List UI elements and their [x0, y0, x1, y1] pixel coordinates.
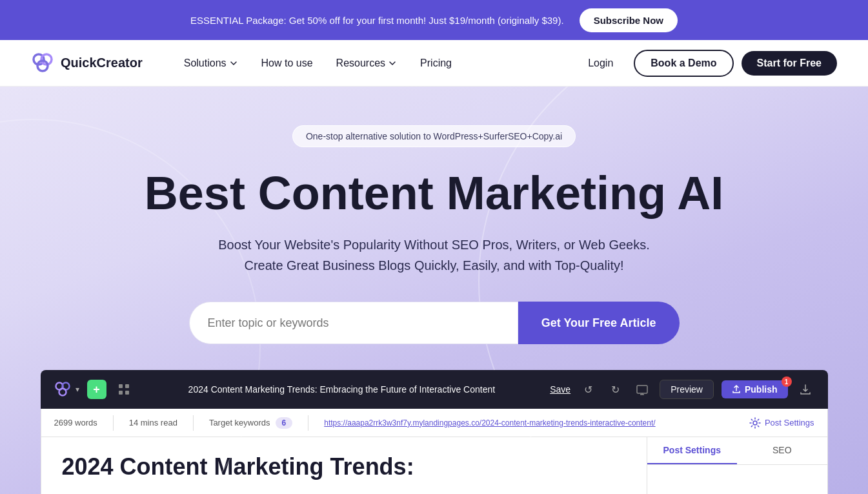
- editor-redo-button[interactable]: ↻: [605, 380, 625, 399]
- publish-notification-badge: 1: [782, 376, 792, 387]
- svg-rect-6: [119, 384, 123, 388]
- editor-publish-button[interactable]: Publish 1: [722, 380, 788, 398]
- post-settings-button[interactable]: Post Settings: [749, 417, 814, 429]
- editor-logo: ▾: [54, 380, 79, 398]
- logo-text: QuickCreator: [61, 56, 143, 70]
- editor-bar: ▾ + 2024 Content Marketing Trends: Embra…: [41, 370, 828, 409]
- settings-icon: [749, 417, 761, 429]
- svg-rect-7: [125, 384, 129, 388]
- nav-actions: Login Book a Demo Start for Free: [575, 50, 837, 77]
- read-time: 14 mins read: [129, 418, 177, 427]
- logo-link[interactable]: QuickCreator: [31, 52, 143, 75]
- login-button[interactable]: Login: [575, 51, 626, 76]
- hero-section: One-stop alternative solution to WordPre…: [0, 87, 868, 494]
- svg-rect-10: [637, 386, 647, 393]
- svg-rect-8: [119, 391, 123, 395]
- post-url-link[interactable]: https://aaapa2rrk3w3nf7y.mylandingpages.…: [324, 418, 734, 427]
- editor-device-icon[interactable]: [632, 380, 652, 399]
- top-banner: ESSENTIAL Package: Get 50% off for your …: [0, 0, 868, 40]
- nav-links: Solutions How to use Resources Pricing: [174, 52, 575, 74]
- get-free-article-button[interactable]: Get Your Free Article: [518, 302, 680, 344]
- editor-toolbar: 2699 words 14 mins read Target keywords …: [41, 409, 828, 437]
- word-count: 2699 words: [54, 418, 97, 427]
- chevron-down-icon: [229, 59, 238, 68]
- editor-preview-button[interactable]: Preview: [660, 380, 714, 399]
- post-sidebar: Post Settings SEO: [647, 437, 827, 494]
- nav-how-to-use[interactable]: How to use: [251, 52, 323, 74]
- post-title: 2024 Content Marketing Trends:: [62, 453, 626, 480]
- svg-rect-9: [125, 391, 129, 395]
- editor-grid-icon[interactable]: [114, 380, 134, 399]
- hero-input-row: Get Your Free Article: [189, 302, 680, 344]
- logo-icon: [31, 52, 54, 75]
- tab-post-settings[interactable]: Post Settings: [647, 437, 738, 464]
- post-sidebar-tabs: Post Settings SEO: [647, 437, 827, 465]
- nav-pricing[interactable]: Pricing: [410, 52, 462, 74]
- editor-add-button[interactable]: +: [87, 380, 106, 399]
- topic-input[interactable]: [189, 302, 518, 344]
- book-demo-button[interactable]: Book a Demo: [634, 50, 733, 77]
- nav-resources[interactable]: Resources: [326, 52, 407, 74]
- keywords-count-badge: 6: [276, 417, 293, 429]
- tab-seo[interactable]: SEO: [737, 437, 827, 464]
- svg-point-5: [59, 389, 66, 396]
- svg-point-13: [753, 421, 757, 425]
- target-keywords: Target keywords 6: [209, 417, 292, 429]
- post-content: 2024 Content Marketing Trends:: [41, 437, 647, 494]
- editor-doc-title: 2024 Content Marketing Trends: Embracing…: [141, 384, 543, 395]
- hero-subtitle: Boost Your Website's Popularity Without …: [218, 234, 650, 276]
- editor-logo-icon: [54, 380, 72, 398]
- editor-download-icon[interactable]: [796, 380, 815, 399]
- hero-badge: One-stop alternative solution to WordPre…: [292, 125, 576, 147]
- post-area: 2024 Content Marketing Trends: Post Sett…: [41, 437, 828, 494]
- navbar: QuickCreator Solutions How to use Resour…: [0, 40, 868, 87]
- editor-undo-button[interactable]: ↺: [578, 380, 598, 399]
- editor-save-button[interactable]: Save: [550, 384, 570, 395]
- hero-title: Best Content Marketing AI: [145, 168, 723, 219]
- chevron-down-icon: [388, 59, 397, 68]
- start-free-button[interactable]: Start for Free: [742, 51, 837, 76]
- editor-dropdown-chevron[interactable]: ▾: [76, 385, 79, 394]
- subscribe-now-button[interactable]: Subscribe Now: [580, 8, 678, 32]
- banner-text: ESSENTIAL Package: Get 50% off for your …: [190, 15, 564, 26]
- nav-solutions[interactable]: Solutions: [174, 52, 248, 74]
